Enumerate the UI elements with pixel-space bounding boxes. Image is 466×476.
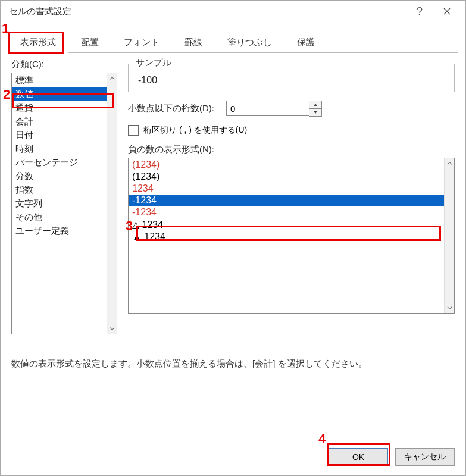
button-row: OK キャンセル (329, 448, 455, 466)
category-item-date[interactable]: 日付 (12, 129, 117, 142)
tab-strip: 表示形式 配置 フォント 罫線 塗りつぶし 保護 (8, 33, 458, 53)
scroll-track[interactable] (107, 83, 117, 324)
cancel-button[interactable]: キャンセル (395, 448, 455, 466)
close-icon (443, 8, 451, 15)
chevron-up-icon (447, 161, 452, 166)
thousands-label: 桁区切り ( , ) を使用する(U) (143, 125, 247, 136)
negative-list-inner: (1234) (1234) 1234 -1234 -1234 △ 1234 ▲ … (129, 158, 454, 243)
decimals-spinner (226, 101, 322, 117)
tab-alignment[interactable]: 配置 (68, 33, 111, 52)
triangle-up-icon (313, 103, 318, 107)
negative-item[interactable]: ▲ 1234 (129, 231, 454, 243)
category-label: 分類(C): (11, 59, 117, 70)
category-item-accounting[interactable]: 会計 (12, 115, 117, 129)
spin-up-button[interactable] (309, 101, 321, 109)
annotation-number-4: 4 (318, 431, 326, 447)
sample-legend: サンプル (133, 57, 174, 68)
tab-fill[interactable]: 塗りつぶし (215, 33, 284, 52)
chevron-down-icon (110, 326, 115, 331)
help-button[interactable]: ? (406, 2, 433, 20)
dialog-body: 分類(C): 標準 数値 通貨 会計 日付 時刻 パーセンテージ 分数 指数 文… (1, 53, 465, 334)
decimals-input[interactable] (226, 101, 309, 116)
category-item-time[interactable]: 時刻 (12, 142, 117, 156)
negative-item[interactable]: 1234 (129, 183, 454, 195)
negative-label: 負の数の表示形式(N): (128, 144, 455, 155)
sample-value: -100 (135, 75, 448, 86)
negative-list[interactable]: (1234) (1234) 1234 -1234 -1234 △ 1234 ▲ … (128, 158, 455, 314)
triangle-down-icon (313, 111, 318, 114)
titlebar: セルの書式設定 ? (1, 1, 465, 22)
chevron-up-icon (110, 76, 115, 81)
left-column: 分類(C): 標準 数値 通貨 会計 日付 時刻 パーセンテージ 分数 指数 文… (11, 59, 117, 334)
category-item-text[interactable]: 文字列 (12, 197, 117, 211)
category-list[interactable]: 標準 数値 通貨 会計 日付 時刻 パーセンテージ 分数 指数 文字列 その他 … (11, 73, 117, 334)
negative-item[interactable]: (1234) (129, 159, 454, 171)
close-button[interactable] (433, 2, 461, 20)
scroll-up-button[interactable] (107, 73, 117, 83)
description-text: 数値の表示形式を設定します。小数点位置を揃える場合は、[会計] を選択してくださ… (11, 358, 455, 369)
tab-font[interactable]: フォント (111, 33, 172, 52)
negative-scrollbar[interactable] (444, 158, 454, 313)
format-cells-dialog: セルの書式設定 ? 表示形式 配置 フォント 罫線 塗りつぶし 保護 分類(C)… (0, 0, 466, 476)
scroll-up-button[interactable] (445, 158, 454, 168)
sample-group: サンプル -100 (128, 64, 455, 92)
category-item-scientific[interactable]: 指数 (12, 183, 117, 197)
chevron-down-icon (447, 305, 452, 311)
decimals-row: 小数点以下の桁数(D): (128, 101, 455, 117)
tab-border[interactable]: 罫線 (172, 33, 215, 52)
scroll-down-button[interactable] (107, 324, 117, 334)
scroll-down-button[interactable] (445, 303, 454, 313)
spin-buttons (309, 101, 322, 117)
category-item-custom[interactable]: ユーザー定義 (12, 224, 117, 238)
category-item-fraction[interactable]: 分数 (12, 170, 117, 183)
category-item-standard[interactable]: 標準 (12, 74, 117, 87)
negative-item[interactable]: -1234 (129, 206, 454, 218)
thousands-checkbox[interactable] (128, 125, 139, 136)
category-item-percentage[interactable]: パーセンテージ (12, 156, 117, 170)
ok-button[interactable]: OK (329, 448, 388, 466)
spin-down-button[interactable] (309, 109, 321, 117)
right-column: サンプル -100 小数点以下の桁数(D): 桁区切り ( , ) を使用する(… (128, 59, 455, 334)
category-item-currency[interactable]: 通貨 (12, 101, 117, 115)
thousands-row: 桁区切り ( , ) を使用する(U) (128, 125, 455, 136)
category-item-special[interactable]: その他 (12, 211, 117, 224)
category-scrollbar[interactable] (107, 73, 117, 334)
category-item-number[interactable]: 数値 (12, 87, 117, 101)
tab-number-format[interactable]: 表示形式 (8, 33, 68, 52)
tab-protection[interactable]: 保護 (284, 33, 327, 52)
negative-item[interactable]: △ 1234 (129, 218, 454, 231)
negative-item[interactable]: (1234) (129, 171, 454, 183)
category-list-inner: 標準 数値 通貨 会計 日付 時刻 パーセンテージ 分数 指数 文字列 その他 … (12, 73, 117, 239)
decimals-label: 小数点以下の桁数(D): (128, 103, 214, 114)
dialog-title: セルの書式設定 (9, 6, 406, 17)
scroll-track[interactable] (445, 168, 454, 303)
negative-item[interactable]: -1234 (129, 195, 454, 206)
